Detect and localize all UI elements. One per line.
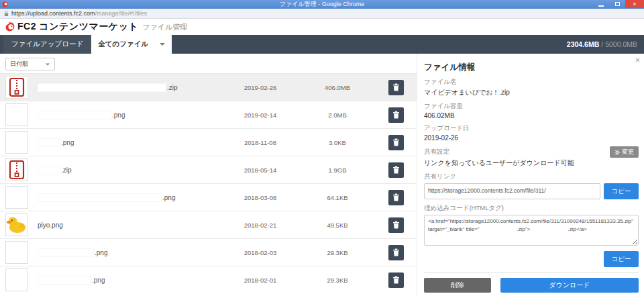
file-size: 49.5KB [300,221,375,229]
lock-icon [4,11,9,17]
filesize-label: ファイル容量 [424,102,639,111]
share-permission-text: リンクを知っているユーザーがダウンロード可能 [424,158,639,168]
file-name: .png [38,138,221,147]
file-date: 2018-11-08 [221,139,300,146]
maximize-button[interactable] [609,0,625,8]
trash-icon [392,111,400,119]
delete-file-button[interactable] [388,190,404,205]
file-date: 2018-02-01 [221,277,300,284]
trash-icon [392,276,400,284]
file-info-panel: × ファイル情報 ファイル名 マイビデオまいびでお！.zip ファイル容量 40… [417,54,644,297]
url-domain: https://upload.contents.fc2.com [11,10,95,17]
filename-label: ファイル名 [424,78,639,87]
fc2-logo-icon [5,21,15,32]
file-name: .png [38,248,221,257]
window-titlebar: ファイル管理 - Google Chrome × [0,0,644,9]
storage-usage: 2304.6MB / 5000.0MB [567,35,637,54]
tab-file-upload[interactable]: ファイルアップロード [3,35,91,54]
table-row[interactable]: .png 2018-03-08 64.1KB [0,183,417,211]
brand-title: FC2 コンテンツマーケット [17,21,138,33]
sort-order-select[interactable]: 日付順 [5,58,55,70]
minimize-button[interactable] [593,0,609,8]
close-icon[interactable]: × [635,56,640,64]
delete-file-button[interactable] [388,162,404,178]
redacted-name [38,248,94,257]
table-row[interactable]: .png 2019-02-14 2.0MB [0,101,417,128]
chevron-down-icon [160,43,165,46]
storage-used: 2304.6MB [567,40,599,48]
file-date: 2018-03-08 [221,194,300,201]
upload-date-label: アップロード日 [424,124,639,133]
file-name: piyo.png [38,221,221,229]
file-date: 2018-02-21 [221,221,300,229]
delete-button[interactable]: 削除 [424,278,491,293]
url-path: /manage/file/#!/files [95,10,148,17]
delete-file-button[interactable] [388,135,404,150]
file-size: 1.9GB [300,166,375,174]
file-date: 2019-02-14 [221,111,300,119]
table-row[interactable]: .png 2018-11-08 3.0KB [0,128,417,156]
blank-thumbnail [5,103,28,126]
file-size: 2.0MB [300,111,375,119]
table-row[interactable]: .zip 2019-02-26 406.0MB [0,73,417,101]
file-ext: .png [92,277,105,284]
table-row[interactable]: .png 2018-02-01 29.3KB [0,266,417,293]
file-name-text: piyo.png [38,221,63,229]
copy-embed-button[interactable]: コピー [604,251,639,267]
table-row[interactable]: .zip 2018-05-14 1.9GB [0,156,417,183]
storage-total: / 5000.0MB [601,40,637,48]
url-text: https://upload.contents.fc2.com/manage/f… [11,10,147,17]
share-link-input[interactable] [424,183,600,199]
divider [424,272,639,273]
delete-file-button[interactable] [388,107,404,123]
address-bar[interactable]: https://upload.contents.fc2.com/manage/f… [0,9,644,19]
file-name: .png [38,193,221,202]
trash-icon [392,83,400,91]
table-row[interactable]: .png 2018-02-03 29.3KB [0,238,417,266]
redacted-name [38,111,111,119]
trash-icon [392,248,400,256]
tab-all-files[interactable]: 全てのファイル [91,35,172,54]
file-name: .zip [38,166,221,175]
delete-file-button[interactable] [388,80,404,95]
file-size: 29.3KB [300,277,375,284]
table-row[interactable]: piyo.png 2018-02-21 49.5KB [0,211,417,238]
blank-thumbnail [5,241,28,264]
delete-file-button[interactable] [388,217,404,233]
delete-file-button[interactable] [388,272,404,288]
redacted-name [38,138,60,147]
file-date: 2018-05-14 [221,166,300,174]
file-ext: .png [112,111,125,119]
window-title: ファイル管理 - Google Chrome [0,0,644,9]
panel-title: ファイル情報 [424,62,639,73]
file-ext: .png [162,194,175,201]
close-button[interactable]: × [625,0,644,8]
blank-thumbnail [5,268,28,291]
zip-file-icon [5,76,28,99]
upload-date-value: 2019-02-26 [424,134,639,142]
file-name: .png [38,276,221,285]
download-button[interactable]: ダウンロード [500,278,639,293]
sort-order-label: 日付順 [10,60,28,68]
redacted-name [38,83,166,92]
file-ext: .png [95,249,107,256]
embed-code-label: 埋め込みコード(HTMLタグ) [424,204,639,213]
blank-thumbnail [5,131,28,154]
redacted-name [38,193,162,202]
file-ext: .png [61,139,74,146]
app-header: FC2 コンテンツマーケット ファイル管理 [0,19,644,35]
delete-file-button[interactable] [388,245,404,260]
change-share-button[interactable]: 変更 [610,146,639,158]
trash-icon [392,221,400,229]
blank-thumbnail [5,186,28,209]
page-title: ファイル管理 [142,22,187,32]
filesize-value: 406.02MB [424,112,639,119]
file-ext: .zip [167,84,178,91]
copy-link-button[interactable]: コピー [604,183,639,199]
duck-thumbnail [5,213,28,236]
file-name: .png [38,111,221,119]
gear-icon [614,150,620,155]
embed-code-textarea[interactable]: <a href="https://storage12000.contents.f… [424,215,639,246]
file-date: 2018-02-03 [221,249,300,256]
change-share-label: 変更 [622,148,634,156]
